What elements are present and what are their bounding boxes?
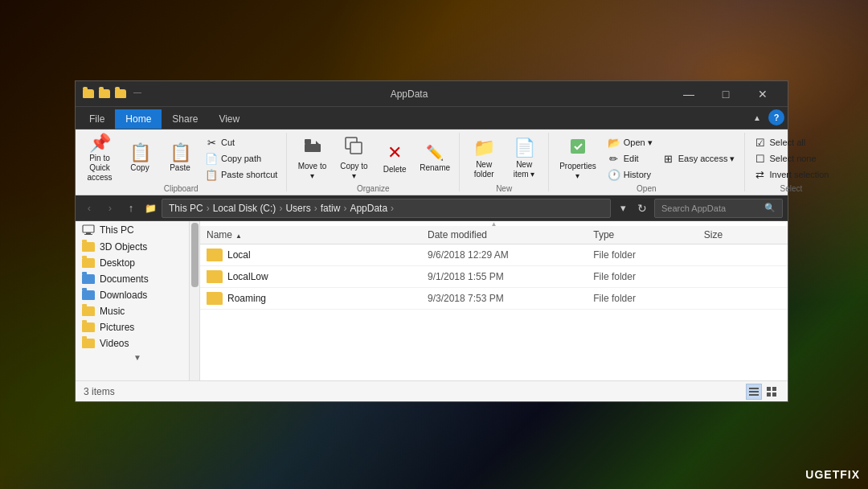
paste-label: Paste (170, 163, 190, 173)
column-header-name[interactable]: Name▲ (207, 229, 428, 240)
sidebar-item-desktop[interactable]: Desktop (76, 255, 199, 271)
ribbon: 📌 Pin to Quickaccess 📋 Copy 📋 Paste ✂ (76, 129, 788, 195)
details-view-button[interactable] (746, 384, 762, 400)
help-button[interactable]: ? (768, 109, 784, 125)
file-date-local: 9/6/2018 12:29 AM (428, 249, 593, 261)
3d-objects-icon (82, 242, 95, 252)
column-header-size[interactable]: Size (704, 229, 781, 240)
minimize-button[interactable]: — (670, 81, 707, 107)
item-count: 3 items (84, 386, 115, 397)
open-content: Properties ▾ 📂 Open ▾ ✏ Edit 🕐 History (554, 134, 739, 183)
path-segment-thispc: This PC › Local Disk (C:) › Users › fati… (169, 203, 395, 214)
svg-rect-1 (305, 144, 321, 152)
copy-to-button[interactable]: Copy to ▾ (334, 134, 374, 183)
up-button[interactable]: ↑ (122, 199, 140, 217)
folder-icon-roaming (207, 292, 223, 305)
path-label-thispc: This PC (169, 203, 203, 214)
title-bar-controls: — □ ✕ (670, 81, 781, 107)
copy-path-label: Copy path (221, 154, 261, 163)
paste-button[interactable]: 📋 Paste (161, 134, 199, 183)
column-header-date-modified[interactable]: Date modified (428, 229, 593, 240)
select-all-button[interactable]: ☑ Select all (750, 134, 833, 150)
column-header-type[interactable]: Type (593, 229, 704, 240)
history-button[interactable]: 🕐 History (604, 166, 657, 183)
file-name-roaming: Roaming (207, 292, 428, 305)
ribbon-collapse-button[interactable]: ▲ (749, 109, 765, 125)
back-button[interactable]: ‹ (80, 199, 98, 217)
select-none-label: Select none (770, 154, 817, 163)
cut-button[interactable]: ✂ Cut (201, 134, 281, 150)
tab-view[interactable]: View (208, 109, 250, 129)
close-button[interactable]: ✕ (744, 81, 781, 107)
table-row[interactable]: LocalLow 9/1/2018 1:55 PM File folder (200, 266, 788, 288)
invert-selection-icon: ⇄ (754, 169, 767, 181)
search-icon: 🔍 (764, 203, 776, 213)
tab-file[interactable]: File (79, 109, 115, 129)
tab-home[interactable]: Home (115, 109, 162, 129)
easy-access-stack: ⊞ Easy access ▾ (658, 150, 739, 166)
sidebar-scrollbar[interactable] (189, 221, 199, 380)
forward-button[interactable]: › (101, 199, 119, 217)
sidebar-item-this-pc[interactable]: This PC (76, 221, 199, 239)
file-type-local: File folder (593, 249, 704, 261)
svg-rect-11 (749, 394, 759, 396)
select-none-button[interactable]: ☐ Select none (750, 150, 833, 166)
cut-icon: ✂ (205, 137, 218, 149)
sidebar-item-downloads[interactable]: Downloads (76, 287, 199, 303)
documents-icon (82, 274, 95, 284)
clipboard-content: 📌 Pin to Quickaccess 📋 Copy 📋 Paste ✂ (80, 134, 281, 183)
svg-marker-2 (316, 141, 319, 144)
sidebar-item-3d-objects[interactable]: 3D Objects (76, 239, 199, 255)
new-content: 📁 Newfolder 📄 New item ▾ (465, 134, 543, 183)
open-button[interactable]: 📂 Open ▾ (604, 134, 657, 150)
dropdown-path-button[interactable]: ▾ (614, 199, 632, 217)
paste-shortcut-button[interactable]: 📋 Paste shortcut (201, 166, 281, 183)
easy-access-button[interactable]: ⊞ Easy access ▾ (658, 150, 739, 166)
rename-label: Rename (420, 163, 450, 173)
sidebar-item-pictures[interactable]: Pictures (76, 319, 199, 335)
paste-icon: 📋 (170, 144, 191, 162)
edit-button[interactable]: ✏ Edit (604, 150, 657, 166)
svg-rect-8 (84, 234, 92, 235)
copy-button[interactable]: 📋 Copy (121, 134, 159, 183)
copy-path-button[interactable]: 📄 Copy path (201, 150, 281, 166)
tab-share[interactable]: Share (162, 109, 208, 129)
properties-icon (568, 137, 588, 160)
maximize-button[interactable]: □ (707, 81, 744, 107)
edit-icon: ✏ (608, 153, 620, 165)
sidebar-item-videos[interactable]: Videos (76, 335, 199, 351)
path-label-users: Users (285, 203, 310, 214)
organize-content: Move to ▾ Copy to ▾ ✕ Delete (292, 134, 454, 183)
table-row[interactable]: Local 9/6/2018 12:29 AM File folder (200, 244, 788, 266)
pin-to-quick-access-button[interactable]: 📌 Pin to Quickaccess (80, 134, 119, 183)
easy-access-icon: ⊞ (662, 153, 675, 165)
clipboard-section-label: Clipboard (80, 184, 281, 193)
address-path[interactable]: This PC › Local Disk (C:) › Users › fati… (162, 199, 611, 218)
file-type-localow: File folder (593, 271, 704, 282)
refresh-button[interactable]: ↻ (633, 199, 651, 217)
pin-icon: 📌 (89, 134, 111, 152)
sidebar-scroll-down[interactable]: ▼ (76, 351, 199, 364)
svg-rect-15 (772, 392, 776, 397)
properties-button[interactable]: Properties ▾ (554, 134, 602, 183)
organize-section-label: Organize (292, 184, 454, 193)
invert-selection-button[interactable]: ⇄ Invert selection (750, 166, 833, 183)
move-to-button[interactable]: Move to ▾ (292, 134, 332, 183)
content-area: This PC 3D Objects Desktop Documents Dow… (76, 221, 788, 380)
new-folder-button[interactable]: 📁 Newfolder (465, 134, 503, 183)
search-box[interactable]: Search AppData 🔍 (654, 199, 783, 218)
rename-button[interactable]: ✏️ Rename (416, 134, 454, 183)
new-item-button[interactable]: 📄 New item ▾ (505, 134, 543, 183)
select-none-icon: ☐ (754, 153, 767, 165)
edit-label: Edit (624, 154, 639, 163)
svg-rect-6 (83, 225, 94, 232)
delete-label: Delete (383, 165, 407, 175)
svg-rect-7 (86, 232, 91, 234)
large-icons-view-button[interactable] (764, 384, 780, 400)
videos-label: Videos (100, 338, 129, 349)
sidebar-item-documents[interactable]: Documents (76, 271, 199, 287)
table-row[interactable]: Roaming 9/3/2018 7:53 PM File folder (200, 288, 788, 310)
delete-button[interactable]: ✕ Delete (375, 134, 414, 183)
sidebar-item-music[interactable]: Music (76, 303, 199, 319)
svg-rect-13 (772, 387, 776, 391)
